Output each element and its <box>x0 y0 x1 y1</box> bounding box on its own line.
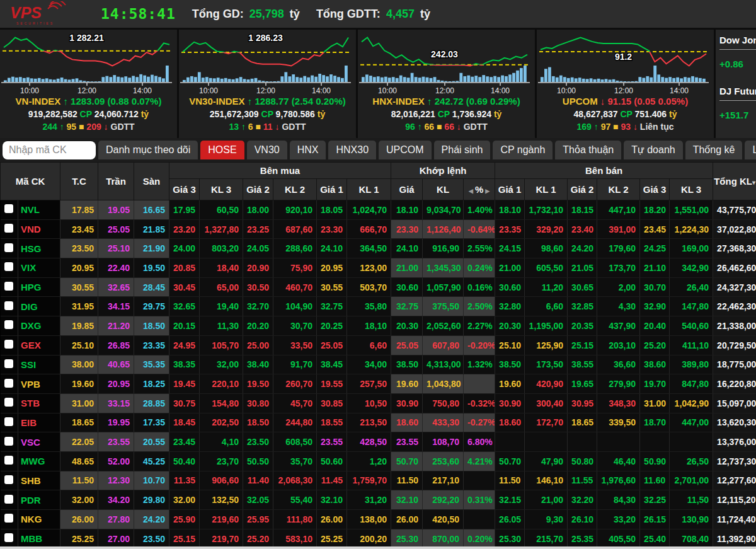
table-row-vnd: VND23.4525.0521.8523.201,327,8023.25687,… <box>1 219 756 239</box>
ticker-vix[interactable]: VIX <box>18 258 60 278</box>
buy-volume-cell: 75,90 <box>273 258 317 278</box>
world-index-name: DJ Future <box>719 86 756 96</box>
buy-price-cell: 24.05 <box>243 239 273 258</box>
row-checkbox[interactable] <box>4 320 13 329</box>
ticker-gex[interactable]: GEX <box>18 335 60 355</box>
row-checkbox[interactable] <box>4 340 13 349</box>
match-price-cell: 23.55 <box>391 432 423 452</box>
index-panel-upcom[interactable]: 10:0012:0014:00 91.2 UPCOM ↓ 91.15 (0.05… <box>537 30 714 138</box>
row-checkbox[interactable] <box>4 514 13 523</box>
ticker-stb[interactable]: STB <box>18 393 60 413</box>
row-checkbox[interactable] <box>4 301 13 310</box>
index-panel-hnx-index[interactable]: 10:0012:0014:00 242.03 HNX-INDEX ↑ 242.7… <box>358 30 535 138</box>
sell-price-cell: 23.35 <box>495 219 525 239</box>
tc-cell: 48.65 <box>60 451 98 471</box>
match-volume-cell: 253,60 <box>423 451 464 471</box>
tab-tự-doanh[interactable]: Tự doanh <box>624 141 682 159</box>
ticker-nkg[interactable]: NKG <box>18 510 60 529</box>
ticker-dxg[interactable]: DXG <box>18 316 60 336</box>
header-buy-giá-2: Giá 2 <box>243 179 273 200</box>
total-volume-cell: 16,220,80 <box>713 374 756 394</box>
sell-volume-cell: 203,10 <box>597 335 640 355</box>
ticker-mbb[interactable]: MBB <box>18 529 60 548</box>
pct-next-arrow-icon[interactable]: ▶ <box>483 188 491 194</box>
ticker-hsg[interactable]: HSG <box>18 239 60 258</box>
sell-volume-cell: 411,10 <box>670 335 713 355</box>
unit-label: tỷ <box>141 109 149 119</box>
index-value: 91.15 <box>608 96 634 107</box>
down-arrow-icon: ↓ <box>275 122 282 132</box>
tab-hnx30[interactable]: HNX30 <box>328 141 376 159</box>
row-checkbox[interactable] <box>4 398 13 407</box>
row-checkbox[interactable] <box>4 262 13 271</box>
match-price-cell: 24.10 <box>391 239 423 258</box>
tab-phái-sinh[interactable]: Phái sinh <box>434 141 491 159</box>
cp-label: CP <box>261 109 276 119</box>
match-price-cell: 30.60 <box>391 277 423 297</box>
index-info-vn-index: VN-INDEX ↑ 1283.09 (0.88 0.07%)919,282,5… <box>0 95 177 133</box>
index-panel-vn30-index[interactable]: 10:0012:0014:00 1 286.23 VN30-INDEX ↑ 12… <box>179 30 356 138</box>
horizontal-scrollbar[interactable] <box>0 546 756 549</box>
advancers-count: 96 <box>405 122 417 132</box>
tab-hose[interactable]: HOSE <box>200 141 244 159</box>
tab-thống-kê[interactable]: Thống kê <box>685 141 743 159</box>
row-checkbox[interactable] <box>4 456 13 465</box>
row-checkbox[interactable] <box>4 533 13 542</box>
tab-hnx[interactable]: HNX <box>290 141 326 159</box>
index-panel-vn-index[interactable]: 10:0012:0014:00 1 282.21 VN-INDEX ↑ 1283… <box>0 30 177 138</box>
search-input[interactable] <box>3 141 96 159</box>
row-checkbox[interactable] <box>4 282 13 291</box>
total-gd-label: Tổng GD: <box>192 8 244 20</box>
ticker-mwg[interactable]: MWG <box>18 451 60 471</box>
row-checkbox[interactable] <box>4 243 13 252</box>
sort-desc-icon[interactable]: ▾ <box>752 179 755 186</box>
row-checkbox[interactable] <box>4 359 13 368</box>
index-summary-line: HNX-INDEX ↑ 242.72 (0.69 0.29%) <box>358 95 535 108</box>
buy-volume-cell: 11,30 <box>200 316 243 336</box>
ticker-pdr[interactable]: PDR <box>18 490 60 510</box>
tab-watchlist[interactable]: Danh mục theo dõi <box>98 141 198 159</box>
sell-price-cell: 21.10 <box>640 258 670 278</box>
ticker-vnd[interactable]: VND <box>18 219 60 239</box>
row-checkbox[interactable] <box>4 224 13 233</box>
tab-thỏa-thuận[interactable]: Thỏa thuận <box>555 141 621 159</box>
sell-volume-cell: 11,50 <box>670 490 713 510</box>
row-checkbox[interactable] <box>4 379 13 388</box>
row-checkbox-cell <box>1 374 18 394</box>
header-san: Sàn <box>134 163 169 200</box>
match-volume-cell: 433,30 <box>423 413 464 432</box>
row-checkbox[interactable] <box>4 417 13 426</box>
down-arrow-icon: ↓ <box>633 122 640 132</box>
ticker-eib[interactable]: EIB <box>18 413 60 432</box>
ticker-hpg[interactable]: HPG <box>18 277 60 297</box>
index-breadth-line: 169 ↑ 97 ■ 93 ↓ Liên tục <box>537 120 714 133</box>
tc-cell: 31.00 <box>60 393 98 413</box>
world-index-dj-future[interactable]: DJ Future+151.7 <box>719 86 756 120</box>
ticker-shb[interactable]: SHB <box>18 471 60 490</box>
row-checkbox[interactable] <box>4 475 13 484</box>
tc-cell: 25.10 <box>60 335 98 355</box>
header-tong-kl[interactable]: Tổng KL▾ <box>713 163 756 200</box>
down-arrow-icon: ↓ <box>457 122 464 132</box>
world-index-dow-jones[interactable]: Dow Jones+0.86 <box>719 35 756 69</box>
row-checkbox[interactable] <box>4 495 13 504</box>
index-name: UPCOM <box>563 96 600 107</box>
tab-cp-ngành[interactable]: CP ngành <box>493 141 553 159</box>
row-checkbox[interactable] <box>4 204 13 213</box>
header-sell-giá-3: Giá 3 <box>640 179 670 200</box>
ticker-ssi[interactable]: SSI <box>18 355 60 374</box>
row-checkbox[interactable] <box>4 437 13 446</box>
tab-vn30[interactable]: VN30 <box>247 141 287 159</box>
ticker-vsc[interactable]: VSC <box>18 432 60 452</box>
ticker-nvl[interactable]: NVL <box>18 200 60 220</box>
clock: 14:58:41 <box>101 6 176 22</box>
tab-upcom[interactable]: UPCOM <box>379 141 432 159</box>
up-arrow-icon: ↑ <box>594 122 601 132</box>
ticker-dig[interactable]: DIG <box>18 297 60 316</box>
row-checkbox-cell <box>1 355 18 374</box>
pct-prev-arrow-icon[interactable]: ◀ <box>467 188 475 194</box>
ticker-vpb[interactable]: VPB <box>18 374 60 394</box>
tab-lô-lẻ[interactable]: Lô lẻ <box>745 141 756 159</box>
buy-price-cell: 50.60 <box>317 451 347 471</box>
breadth-tail-label: GDTT <box>111 122 135 132</box>
